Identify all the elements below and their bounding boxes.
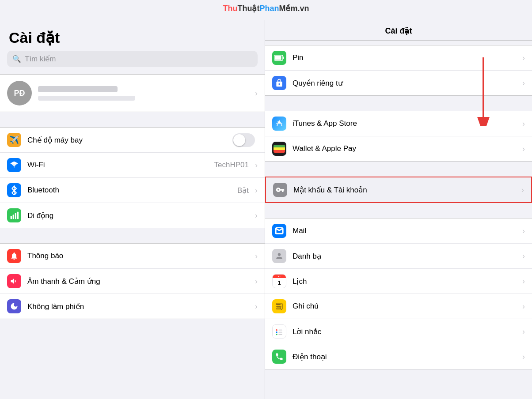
reminders-icon (272, 324, 286, 339)
bluetooth-chevron: › (255, 186, 258, 195)
bluetooth-row[interactable]: Bluetooth Bật › (0, 178, 265, 203)
notes-label: Ghi chú (293, 302, 522, 311)
svg-rect-24 (278, 330, 282, 331)
svg-rect-9 (13, 215, 14, 219)
left-panel: Cài đặt 🔍 Tìm kiếm PĐ › ✈️ Chế độ máy ba… (0, 20, 265, 399)
airplane-toggle[interactable] (232, 133, 255, 147)
sound-icon (7, 274, 21, 288)
notes-chevron: › (522, 302, 525, 311)
watermark-vn: .vn (297, 4, 309, 13)
right-section-1: Pin › Quyền riêng tư › (265, 45, 532, 96)
airplane-label: Chế độ máy bay (27, 136, 232, 145)
main-container: Cài đặt 🔍 Tìm kiếm PĐ › ✈️ Chế độ máy ba… (0, 0, 532, 399)
phone-icon (272, 350, 286, 364)
dnd-row[interactable]: Không làm phiền › (0, 294, 265, 319)
phone-row[interactable]: Điện thoại › (265, 344, 532, 369)
reminders-row[interactable]: Lời nhắc › (265, 319, 532, 344)
svg-rect-11 (17, 212, 19, 219)
password-label: Mật khẩu & Tài khoản (293, 185, 521, 195)
svg-point-21 (276, 329, 277, 331)
mail-label: Mail (293, 226, 522, 235)
right-panel: Cài đặt Pin › (265, 20, 532, 399)
privacy-label: Quyền riêng tư (293, 79, 522, 88)
right-gap-0 (265, 41, 532, 45)
wifi-value: TechHP01 (214, 161, 249, 169)
password-icon (273, 183, 287, 197)
svg-rect-8 (11, 216, 12, 219)
sound-row[interactable]: Âm thanh & Cảm ứng › (0, 269, 265, 294)
settings-section-2: Thông báo › Âm thanh & Cảm ứng › (0, 243, 265, 319)
airplane-icon: ✈️ (7, 133, 21, 147)
profile-info (38, 86, 251, 101)
settings-section-1: ✈️ Chế độ máy bay Wi-Fi TechHP01 (0, 127, 265, 228)
search-placeholder: Tìm kiếm (25, 54, 56, 64)
wifi-icon (7, 158, 21, 172)
watermark: ThuThuậtPhanMềm.vn (223, 4, 309, 13)
notifications-chevron: › (255, 252, 258, 261)
right-section-3: Mật khẩu & Tài khoản › (265, 177, 532, 203)
privacy-row[interactable]: Quyền riêng tư › (265, 71, 532, 95)
svg-rect-10 (15, 213, 16, 219)
privacy-icon (272, 76, 286, 90)
svg-point-22 (276, 331, 277, 333)
right-title: Cài đặt (265, 20, 532, 41)
dnd-chevron: › (255, 302, 258, 311)
profile-chevron: › (255, 89, 258, 98)
toggle-knob (233, 134, 245, 146)
svg-rect-26 (278, 334, 282, 335)
right-section-4: Mail › Danh bạ › (265, 218, 532, 369)
watermark-thu: Thu (223, 4, 237, 13)
cellular-chevron: › (255, 211, 258, 220)
svg-point-23 (276, 334, 277, 335)
right-section-2: iTunes & App Store › Wal (265, 111, 532, 162)
profile-email-blurred (38, 96, 135, 101)
mail-row[interactable]: Mail › (265, 218, 532, 244)
profile-row[interactable]: PĐ › (0, 74, 265, 112)
calendar-chevron: › (522, 277, 525, 286)
notes-row[interactable]: Ghi chú › (265, 294, 532, 319)
password-chevron: › (521, 185, 524, 195)
appstore-label: iTunes & App Store (293, 119, 522, 128)
appstore-icon (272, 117, 286, 131)
dnd-icon (7, 299, 21, 313)
password-row[interactable]: Mật khẩu & Tài khoản › (266, 177, 531, 202)
search-bar[interactable]: 🔍 Tìm kiếm (7, 51, 258, 67)
phone-chevron: › (522, 352, 525, 361)
svg-point-0 (14, 166, 15, 168)
phone-label: Điện thoại (293, 352, 522, 361)
bluetooth-label: Bluetooth (27, 186, 237, 195)
appstore-row[interactable]: iTunes & App Store › (265, 111, 532, 136)
notifications-label: Thông báo (27, 252, 251, 260)
right-gap-2 (265, 162, 532, 177)
cellular-row[interactable]: Di động › (0, 203, 265, 228)
contacts-label: Danh bạ (293, 252, 522, 261)
battery-icon (272, 51, 286, 65)
cellular-icon (7, 208, 21, 222)
search-icon: 🔍 (12, 55, 21, 63)
wallet-label: Wallet & Apple Pay (293, 144, 522, 153)
sound-chevron: › (255, 277, 258, 286)
wallet-row[interactable]: Wallet & Apple Pay › (265, 136, 532, 161)
watermark-thuat: Thuật (237, 4, 259, 13)
contacts-chevron: › (522, 252, 525, 261)
notifications-icon (7, 249, 21, 263)
section-gap-2 (0, 228, 265, 243)
avatar: PĐ (7, 81, 32, 105)
notifications-row[interactable]: Thông báo › (0, 244, 265, 269)
svg-rect-25 (278, 332, 282, 333)
calendar-icon: • • 1 (272, 274, 286, 288)
calendar-row[interactable]: • • 1 Lịch › (265, 269, 532, 294)
right-gap-1 (265, 96, 532, 111)
reminders-label: Lời nhắc (293, 327, 522, 336)
battery-row[interactable]: Pin › (265, 45, 532, 71)
watermark-phan: Phan (259, 4, 279, 13)
wifi-chevron: › (255, 161, 258, 170)
svg-rect-13 (283, 56, 284, 59)
dnd-label: Không làm phiền (27, 302, 251, 311)
avatar-initials: PĐ (14, 89, 25, 98)
appstore-chevron: › (522, 119, 525, 128)
airplane-mode-row[interactable]: ✈️ Chế độ máy bay (0, 128, 265, 153)
contacts-row[interactable]: Danh bạ › (265, 244, 532, 269)
mail-icon (272, 224, 286, 238)
wifi-row[interactable]: Wi-Fi TechHP01 › (0, 153, 265, 178)
